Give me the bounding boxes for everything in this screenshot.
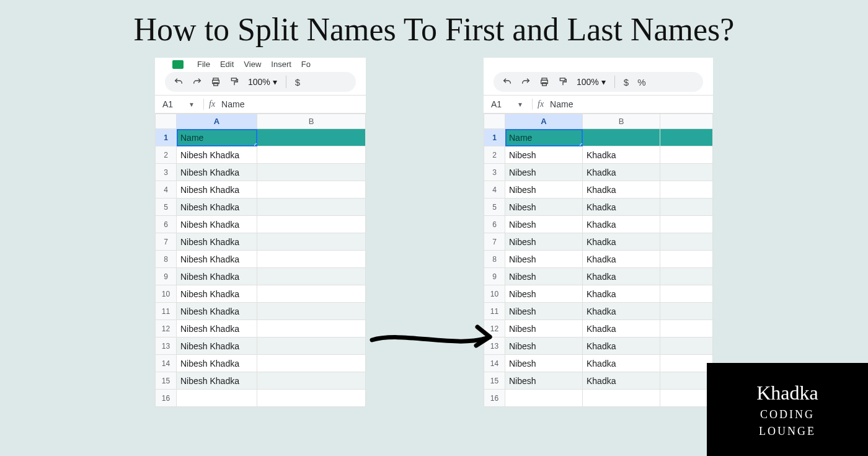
cell[interactable]: Nibesh Khadka xyxy=(177,146,257,164)
cell[interactable]: Khadka xyxy=(583,303,660,320)
cell[interactable] xyxy=(660,164,713,181)
row-header[interactable]: 2 xyxy=(156,146,177,164)
row-header[interactable]: 11 xyxy=(484,303,505,320)
redo-icon[interactable] xyxy=(192,77,202,87)
cell[interactable] xyxy=(660,390,713,407)
cell[interactable] xyxy=(660,199,713,216)
print-icon[interactable] xyxy=(539,77,549,87)
row-header[interactable]: 10 xyxy=(156,285,177,303)
row-header[interactable]: 4 xyxy=(156,181,177,199)
cell[interactable] xyxy=(660,233,713,251)
cell[interactable] xyxy=(660,355,713,372)
cell[interactable] xyxy=(660,146,713,164)
row-header[interactable]: 12 xyxy=(484,320,505,338)
cell[interactable]: Nibesh xyxy=(505,303,583,320)
undo-icon[interactable] xyxy=(502,77,512,87)
cell[interactable]: Khadka xyxy=(583,216,660,233)
menu-view[interactable]: View xyxy=(244,60,261,69)
row-header[interactable]: 3 xyxy=(484,164,505,181)
row-header[interactable]: 5 xyxy=(156,199,177,216)
cell[interactable] xyxy=(257,338,366,355)
row-header[interactable]: 16 xyxy=(484,390,505,407)
cell[interactable]: Nibesh Khadka xyxy=(177,181,257,199)
col-header-a[interactable]: A xyxy=(177,114,257,129)
cell[interactable] xyxy=(660,338,713,355)
menu-edit[interactable]: Edit xyxy=(220,60,234,69)
row-header[interactable]: 14 xyxy=(484,355,505,372)
cell[interactable] xyxy=(257,372,366,390)
cell[interactable] xyxy=(257,285,366,303)
cell[interactable]: Khadka xyxy=(583,355,660,372)
row-header[interactable]: 9 xyxy=(484,268,505,285)
cell[interactable]: Nibesh xyxy=(505,285,583,303)
formula-input[interactable]: Name xyxy=(221,99,244,109)
cell[interactable] xyxy=(660,285,713,303)
name-box[interactable]: A1 ▼ xyxy=(159,99,198,109)
row-header[interactable]: 13 xyxy=(156,338,177,355)
zoom-selector[interactable]: 100% ▾ xyxy=(248,77,277,87)
cell[interactable] xyxy=(257,129,366,146)
cell[interactable]: Nibesh xyxy=(505,372,583,390)
row-header[interactable]: 10 xyxy=(484,285,505,303)
cell[interactable]: Khadka xyxy=(583,146,660,164)
cell[interactable]: Khadka xyxy=(583,251,660,268)
cell[interactable] xyxy=(660,129,713,146)
cell[interactable] xyxy=(257,390,366,407)
cell[interactable] xyxy=(257,164,366,181)
row-header[interactable]: 3 xyxy=(156,164,177,181)
row-header[interactable]: 13 xyxy=(484,338,505,355)
cell[interactable]: Nibesh xyxy=(505,146,583,164)
redo-icon[interactable] xyxy=(521,77,531,87)
cell[interactable] xyxy=(660,216,713,233)
cell[interactable]: Name xyxy=(505,129,583,146)
row-header[interactable]: 1 xyxy=(484,129,505,146)
row-header[interactable]: 4 xyxy=(484,181,505,199)
cell[interactable] xyxy=(660,320,713,338)
cell[interactable]: Nibesh Khadka xyxy=(177,372,257,390)
row-header[interactable]: 15 xyxy=(156,372,177,390)
paint-format-icon[interactable] xyxy=(229,77,239,87)
cell[interactable] xyxy=(583,129,660,146)
cell[interactable] xyxy=(660,268,713,285)
cell[interactable]: Name xyxy=(177,129,257,146)
cell[interactable] xyxy=(257,303,366,320)
col-header-b[interactable]: B xyxy=(257,114,366,129)
cell[interactable]: Nibesh Khadka xyxy=(177,303,257,320)
cell[interactable]: Nibesh Khadka xyxy=(177,251,257,268)
cell[interactable]: Khadka xyxy=(583,338,660,355)
paint-format-icon[interactable] xyxy=(558,77,568,87)
cell[interactable] xyxy=(257,355,366,372)
cell[interactable]: Khadka xyxy=(583,181,660,199)
select-all-corner[interactable] xyxy=(156,114,177,129)
cell[interactable]: Khadka xyxy=(583,164,660,181)
cell[interactable] xyxy=(660,303,713,320)
menu-format-cut[interactable]: Fo xyxy=(301,60,311,69)
cell[interactable] xyxy=(257,146,366,164)
cell[interactable] xyxy=(660,181,713,199)
menu-file[interactable]: File xyxy=(197,60,210,69)
cell[interactable]: Nibesh xyxy=(505,268,583,285)
cell[interactable]: Nibesh xyxy=(505,251,583,268)
select-all-corner[interactable] xyxy=(484,114,505,129)
cell[interactable]: Nibesh xyxy=(505,216,583,233)
cell[interactable]: Nibesh xyxy=(505,338,583,355)
print-icon[interactable] xyxy=(211,77,221,87)
cell[interactable] xyxy=(257,251,366,268)
cell[interactable] xyxy=(177,390,257,407)
row-header[interactable]: 9 xyxy=(156,268,177,285)
cell[interactable]: Khadka xyxy=(583,320,660,338)
zoom-selector[interactable]: 100% ▾ xyxy=(577,77,606,87)
cell[interactable] xyxy=(583,390,660,407)
cell[interactable] xyxy=(257,199,366,216)
undo-icon[interactable] xyxy=(174,77,184,87)
cell[interactable]: Nibesh Khadka xyxy=(177,268,257,285)
row-header[interactable]: 16 xyxy=(156,390,177,407)
cell[interactable] xyxy=(257,320,366,338)
cell[interactable]: Nibesh Khadka xyxy=(177,355,257,372)
row-header[interactable]: 8 xyxy=(484,251,505,268)
cell[interactable]: Nibesh Khadka xyxy=(177,338,257,355)
row-header[interactable]: 11 xyxy=(156,303,177,320)
cell[interactable]: Nibesh Khadka xyxy=(177,233,257,251)
grid-before[interactable]: A B 1Name2Nibesh Khadka3Nibesh Khadka4Ni… xyxy=(155,114,366,407)
currency-button[interactable]: $ xyxy=(295,77,300,87)
